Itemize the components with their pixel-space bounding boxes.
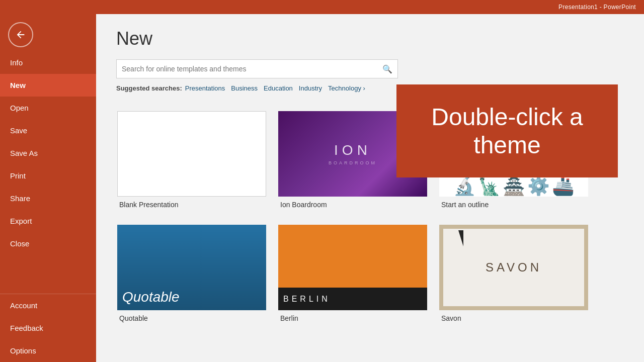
sidebar-bottom: Account Feedback Options [0,294,96,362]
tooltip-text: Double-click a theme [396,93,618,168]
savon-text: SAVON [486,260,542,275]
template-label-quotable: Quotable [117,310,266,326]
berlin-text: BERLIN [283,295,331,304]
main-content: Double-click a theme New 🔍 Suggested sea… [96,14,644,362]
berlin-top [278,225,427,288]
template-label-blank: Blank Presentation [117,197,266,213]
app-body: Info New Open Save Save As Print Share E… [0,14,644,362]
berlin-preview: BERLIN [278,225,427,310]
title-bar-text: Presentation1 - PowerPoint [558,4,636,11]
template-thumb-savon: SAVON [439,225,588,310]
sidebar-item-print[interactable]: Print [0,164,96,187]
sidebar-item-account[interactable]: Account [0,294,96,317]
sidebar-nav: Info New Open Save Save As Print Share E… [0,51,96,294]
title-bar: Presentation1 - PowerPoint [0,0,644,14]
quotable-preview: Quotable [117,225,266,310]
suggested-link-more[interactable]: Technology › [328,84,365,92]
template-label-ion: Ion Boardroom [278,197,427,213]
suggested-link-industry[interactable]: Industry [299,84,322,92]
sidebar-item-share[interactable]: Share [0,187,96,210]
sidebar-item-export[interactable]: Export [0,210,96,232]
sidebar-item-save[interactable]: Save [0,119,96,142]
search-input[interactable] [122,65,382,73]
template-card-blank[interactable]: Blank Presentation [116,110,267,214]
savon-preview: SAVON [439,225,588,310]
sidebar-item-new[interactable]: New [0,74,96,97]
back-button[interactable] [8,22,33,47]
search-icon[interactable]: 🔍 [382,64,392,74]
suggested-label: Suggested searches: [116,84,182,92]
sidebar-item-info[interactable]: Info [0,51,96,74]
template-label-quickstarter: Start an outline [439,197,588,213]
blank-preview [117,111,266,197]
template-thumb-quotable: Quotable [117,225,266,310]
template-card-quotable[interactable]: Quotable Quotable [116,224,267,327]
quotable-text: Quotable [122,289,180,305]
template-card-savon[interactable]: SAVON Savon [438,224,589,327]
template-label-savon: Savon [439,310,588,326]
sidebar-item-close[interactable]: Close [0,232,96,255]
tooltip-overlay: Double-click a theme [396,84,618,177]
template-card-berlin[interactable]: BERLIN Berlin [277,224,428,327]
berlin-bottom: BERLIN [278,288,427,310]
suggested-link-presentations[interactable]: Presentations [185,84,225,92]
search-bar[interactable]: 🔍 [116,59,398,78]
template-thumb-blank [117,111,266,197]
ion-text-content: ION BOARDROOM [329,142,377,165]
template-thumb-berlin: BERLIN [278,225,427,310]
suggested-link-education[interactable]: Education [264,84,293,92]
template-label-berlin: Berlin [278,310,427,326]
sidebar-item-open[interactable]: Open [0,97,96,119]
sidebar-item-feedback[interactable]: Feedback [0,317,96,339]
back-arrow-icon [15,29,26,40]
sidebar-item-options[interactable]: Options [0,339,96,362]
sidebar: Info New Open Save Save As Print Share E… [0,14,96,362]
quickstarter-icons: 🔬🗽🏯⚙️🚢 [439,175,588,197]
page-title: New [116,28,624,49]
sidebar-item-save-as[interactable]: Save As [0,142,96,164]
suggested-link-business[interactable]: Business [231,84,258,92]
